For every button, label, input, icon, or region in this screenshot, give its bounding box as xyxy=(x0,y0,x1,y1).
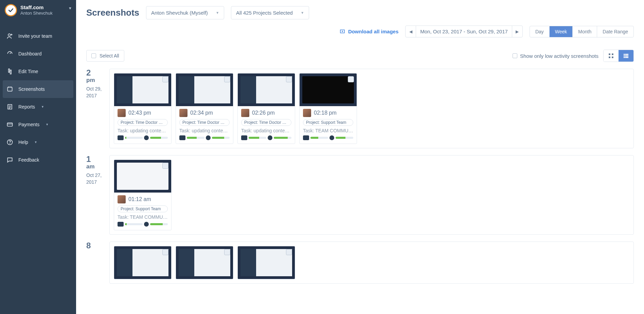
screenshot-group: 8 xyxy=(86,242,634,284)
meta-row: 02:34 pm xyxy=(179,109,230,117)
period-tab-date-range[interactable]: Date Range xyxy=(597,26,633,37)
avatar xyxy=(179,109,187,117)
select-checkbox[interactable] xyxy=(348,76,354,82)
period-tab-month[interactable]: Month xyxy=(573,26,597,37)
project-select[interactable]: All 425 Projects Selected ▼ xyxy=(231,6,309,19)
select-checkbox[interactable] xyxy=(286,76,292,82)
svg-rect-12 xyxy=(612,56,613,58)
select-checkbox[interactable] xyxy=(286,249,292,255)
avatar xyxy=(118,109,126,117)
ampm-label: am xyxy=(86,163,103,170)
meta-row: 02:43 pm xyxy=(118,109,168,117)
screenshot-card[interactable] xyxy=(237,246,295,279)
project-badge: Project: Support Team xyxy=(303,119,353,126)
svg-rect-2 xyxy=(10,70,11,74)
thumbnail[interactable] xyxy=(114,246,171,279)
task-label: Task: updating content… xyxy=(179,128,230,133)
screenshot-card[interactable]: 01:12 amProject: Support TeamTask: TEAM … xyxy=(114,160,172,230)
screenshot-group: 2pmOct 29, 201702:43 pmProject: Time Doc… xyxy=(86,69,634,148)
meta-row: 02:26 pm xyxy=(241,109,291,117)
screenshot-card[interactable]: 02:43 pmProject: Time Doctor DevTask: up… xyxy=(114,73,172,144)
sidebar-item-dashboard[interactable]: Dashboard xyxy=(0,45,76,63)
mouse-icon xyxy=(268,135,272,140)
sidebar-item-payments[interactable]: Payments ▼ xyxy=(0,116,76,133)
thumbnail[interactable] xyxy=(114,73,171,106)
screenshot-card[interactable] xyxy=(114,246,172,279)
select-checkbox[interactable] xyxy=(162,163,168,169)
keyboard-icon xyxy=(179,135,185,140)
sidebar-item-label: Dashboard xyxy=(18,51,42,56)
hour-label: 2 xyxy=(86,69,103,77)
chevron-down-icon: ▼ xyxy=(34,141,37,144)
time-column: 1amOct 27, 2017 xyxy=(86,155,103,235)
thumbnail[interactable] xyxy=(176,246,233,279)
brand-caret-icon[interactable]: ▼ xyxy=(68,6,72,10)
period-tab-week[interactable]: Week xyxy=(550,26,573,37)
task-label: Task: TEAM COMMUN… xyxy=(118,214,168,220)
screenshot-card[interactable]: 02:34 pmProject: Time Doctor DevTask: up… xyxy=(176,73,233,144)
screenshot-card[interactable]: 02:18 pmProject: Support TeamTask: TEAM … xyxy=(299,73,357,144)
prev-date-button[interactable]: ◀ xyxy=(406,26,416,37)
task-label: Task: updating content… xyxy=(241,128,291,133)
thumbnail[interactable] xyxy=(238,246,295,279)
sidebar-item-help[interactable]: Help ▼ xyxy=(0,133,76,151)
svg-rect-14 xyxy=(625,54,628,55)
sidebar-item-invite[interactable]: Invite your team xyxy=(0,27,76,45)
keyboard-bar xyxy=(310,137,328,139)
list-view-button[interactable] xyxy=(619,50,633,62)
time-label: 02:43 pm xyxy=(128,110,151,116)
user-select[interactable]: Anton Shevchuk (Myself) ▼ xyxy=(146,6,224,19)
sidebar-item-label: Help xyxy=(18,139,28,145)
svg-point-0 xyxy=(8,34,11,36)
sidebar-item-reports[interactable]: Reports ▼ xyxy=(0,98,76,116)
svg-rect-9 xyxy=(609,53,610,55)
select-all-button[interactable]: Select All xyxy=(86,50,124,62)
activity-row xyxy=(241,135,291,140)
reports-icon xyxy=(6,103,14,110)
activity-row xyxy=(118,135,168,140)
date-range-label[interactable]: Mon, Oct 23, 2017 - Sun, Oct 29, 2017 xyxy=(416,26,512,37)
thumbnail[interactable] xyxy=(114,160,171,193)
thumbnail[interactable] xyxy=(300,73,357,106)
grid-view-button[interactable] xyxy=(604,50,619,62)
download-icon xyxy=(339,29,345,35)
sidebar: Staff.com Anton Shevchuk ▼ Invite your t… xyxy=(0,0,76,314)
select-checkbox[interactable] xyxy=(162,76,168,82)
screenshot-card[interactable] xyxy=(176,246,233,279)
meta-row: 02:18 pm xyxy=(303,109,353,117)
select-checkbox[interactable] xyxy=(224,249,230,255)
list-icon xyxy=(623,53,629,59)
toolbar-row-2: Download all images ◀ Mon, Oct 23, 2017 … xyxy=(86,26,634,37)
project-badge: Project: Support Team xyxy=(118,205,168,212)
date-range-picker: ◀ Mon, Oct 23, 2017 - Sun, Oct 29, 2017 … xyxy=(405,26,523,37)
next-date-button[interactable]: ▶ xyxy=(512,26,522,37)
sidebar-item-edit-time[interactable]: Edit Time xyxy=(0,63,76,80)
select-checkbox[interactable] xyxy=(224,76,230,82)
screenshot-card[interactable]: 02:26 pmProject: Time Doctor DevTask: up… xyxy=(237,73,295,144)
sidebar-item-feedback[interactable]: Feedback xyxy=(0,151,76,169)
svg-point-7 xyxy=(10,143,10,144)
download-all-link[interactable]: Download all images xyxy=(339,29,398,35)
sidebar-item-screenshots[interactable]: Screenshots xyxy=(3,80,73,98)
keyboard-icon xyxy=(118,222,124,227)
sidebar-item-label: Invite your team xyxy=(18,33,52,39)
select-checkbox[interactable] xyxy=(162,249,168,255)
time-label: 01:12 am xyxy=(128,196,151,202)
select-all-label: Select All xyxy=(100,53,119,59)
hour-label: 1 xyxy=(86,155,103,163)
chevron-down-icon: ▼ xyxy=(41,105,44,109)
thumbnail[interactable] xyxy=(238,73,295,106)
groups-container: 2pmOct 29, 201702:43 pmProject: Time Doc… xyxy=(86,69,634,284)
brand-block[interactable]: Staff.com Anton Shevchuk ▼ xyxy=(0,0,76,20)
avatar xyxy=(303,109,311,117)
thumbnail[interactable] xyxy=(176,73,233,106)
mouse-icon xyxy=(144,222,149,227)
sidebar-item-label: Edit Time xyxy=(18,69,38,74)
period-tab-day[interactable]: Day xyxy=(530,26,550,37)
view-toggle xyxy=(603,50,634,62)
payments-icon xyxy=(6,121,14,128)
card-body: 01:12 amProject: Support TeamTask: TEAM … xyxy=(114,193,171,230)
svg-rect-13 xyxy=(624,54,625,55)
sidebar-item-label: Feedback xyxy=(18,157,39,163)
low-activity-toggle[interactable]: Show only low activity screenshots xyxy=(513,53,598,59)
